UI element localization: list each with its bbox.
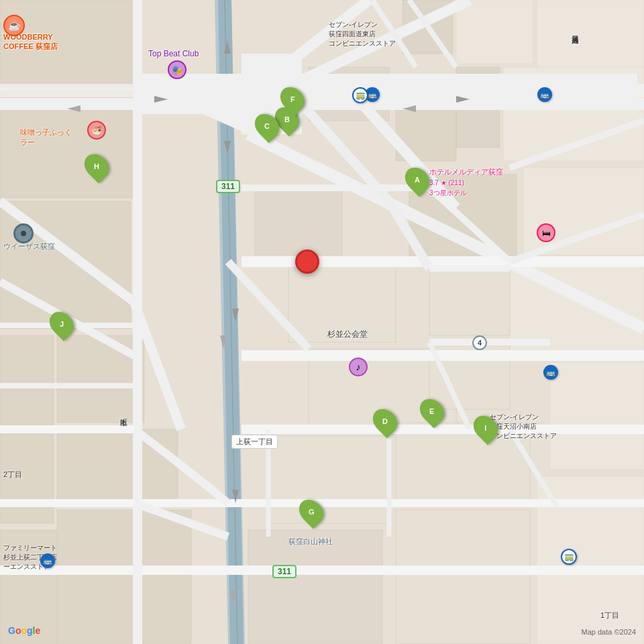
- svg-rect-16: [255, 188, 342, 255]
- bus-stop-3: 🚌: [543, 365, 558, 380]
- marker-a[interactable]: A: [407, 166, 428, 193]
- svg-rect-11: [523, 168, 644, 255]
- svg-rect-25: [396, 423, 530, 503]
- svg-rect-6: [537, 0, 644, 67]
- svg-rect-26: [396, 510, 530, 644]
- restaurant-icon: 🍜: [87, 121, 106, 140]
- bus-stop-2: 🚌: [537, 87, 552, 102]
- svg-rect-27: [57, 335, 144, 423]
- music-icon: ♪: [349, 358, 368, 376]
- marker-f[interactable]: F: [282, 86, 303, 113]
- svg-rect-13: [550, 362, 644, 470]
- bus-stop-4: 🚌: [40, 553, 55, 568]
- hotel-icon: 🛏: [537, 223, 555, 242]
- coffee-icon: ☕: [3, 15, 25, 36]
- marker-i[interactable]: I: [475, 415, 496, 441]
- svg-rect-7: [456, 0, 533, 64]
- road-badge-311-south: 311: [272, 565, 297, 578]
- marker-d[interactable]: D: [374, 408, 396, 435]
- svg-rect-23: [429, 268, 510, 335]
- train-stop-2: 🚃: [561, 549, 577, 565]
- marker-j[interactable]: J: [51, 311, 72, 337]
- svg-rect-17: [288, 262, 396, 342]
- marker-c[interactable]: C: [256, 113, 278, 140]
- road-badge-311-north: 311: [216, 180, 240, 193]
- svg-rect-29: [57, 510, 191, 644]
- marker-e[interactable]: E: [421, 398, 443, 425]
- record-icon: [13, 223, 34, 244]
- train-stop-1: 🚃: [352, 87, 368, 103]
- svg-rect-20: [248, 530, 382, 644]
- kamiogi-street-label: 上荻一丁目: [231, 435, 278, 449]
- num-badge-4: 4: [472, 335, 487, 350]
- svg-rect-28: [57, 429, 178, 503]
- map-data-text: Map data ©2024: [582, 628, 637, 636]
- marker-h[interactable]: H: [86, 153, 107, 180]
- svg-rect-19: [268, 436, 389, 523]
- google-logo: Google: [8, 625, 40, 636]
- map-container[interactable]: A B C D E F G H: [0, 0, 644, 644]
- theater-icon: 🎭: [168, 60, 186, 79]
- marker-g[interactable]: G: [301, 498, 322, 525]
- main-location-marker[interactable]: [295, 250, 319, 274]
- svg-rect-1: [0, 0, 141, 87]
